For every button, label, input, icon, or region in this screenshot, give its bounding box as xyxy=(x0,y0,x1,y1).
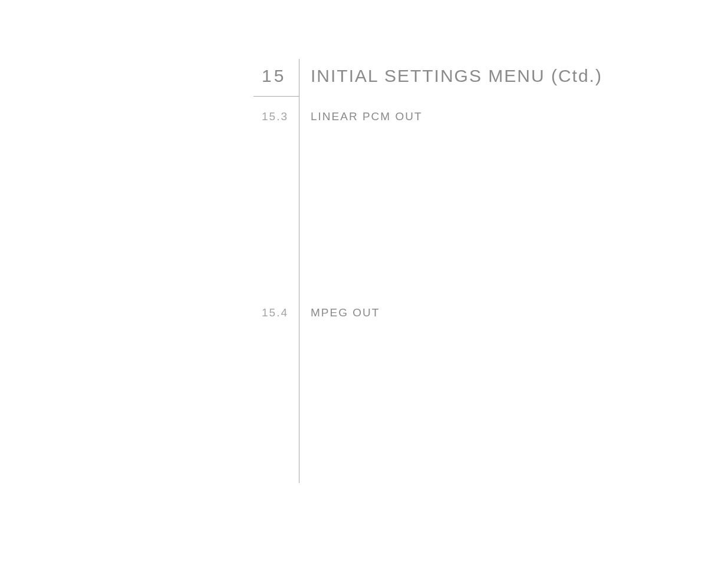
section-title: LINEAR PCM OUT xyxy=(311,110,423,123)
chapter-number: 15 xyxy=(262,66,286,86)
header-underline xyxy=(253,96,299,97)
section-number: 15.4 xyxy=(262,306,288,319)
chapter-title: INITIAL SETTINGS MENU (Ctd.) xyxy=(311,66,602,86)
section-title: MPEG OUT xyxy=(311,306,380,319)
vertical-divider xyxy=(299,59,299,483)
section-number: 15.3 xyxy=(262,110,288,123)
